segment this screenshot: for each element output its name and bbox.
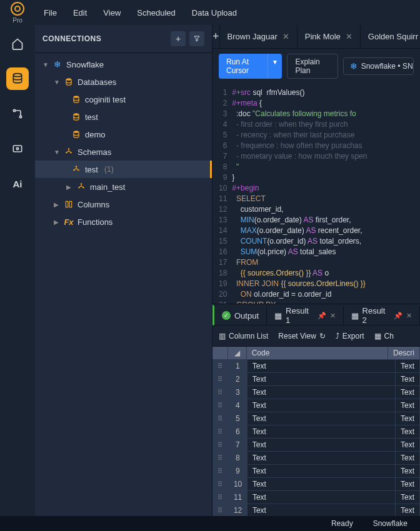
- explain-plan-button[interactable]: Explain Plan: [287, 54, 338, 79]
- row-handle[interactable]: ⠿: [212, 439, 229, 452]
- row-handle[interactable]: ⠿: [212, 425, 229, 439]
- grid-row[interactable]: ⠿8TextText: [212, 452, 420, 465]
- grid-row[interactable]: ⠿6TextText: [212, 425, 420, 439]
- add-connection-button[interactable]: +: [171, 31, 186, 46]
- workflow-icon[interactable]: [6, 102, 29, 125]
- result-tab[interactable]: ▦ Result 2 📌 ✕: [344, 306, 420, 325]
- result-tab[interactable]: ▦ Result 1 📌 ✕: [267, 306, 343, 325]
- row-handle[interactable]: ⠿: [212, 504, 229, 516]
- tree-databases[interactable]: ▼ Databases: [35, 73, 212, 91]
- tree-db-item[interactable]: test: [35, 108, 212, 126]
- grid-cell[interactable]: Text: [396, 360, 420, 373]
- grid-cell[interactable]: Text: [396, 478, 420, 491]
- database-icon[interactable]: [6, 67, 29, 90]
- grid-row[interactable]: ⠿10TextText: [212, 478, 420, 491]
- grid-cell[interactable]: Text: [248, 399, 396, 412]
- grid-cell[interactable]: Text: [396, 439, 420, 452]
- row-handle[interactable]: ⠿: [212, 478, 229, 491]
- menu-data-upload[interactable]: Data Upload: [186, 4, 243, 21]
- grid-row[interactable]: ⠿3TextText: [212, 386, 420, 399]
- tree-schema-item[interactable]: test (1): [35, 161, 212, 178]
- grid-row[interactable]: ⠿5TextText: [212, 412, 420, 425]
- run-dropdown[interactable]: ▾: [268, 54, 282, 79]
- editor-toolbar: Run At Cursor ▾ Explain Plan ❄ Snowflake…: [212, 49, 420, 84]
- editor-tab[interactable]: Pink Mole ✕: [298, 25, 361, 49]
- grid-row[interactable]: ⠿7TextText: [212, 439, 420, 452]
- row-handle[interactable]: ⠿: [212, 491, 229, 504]
- grid-cell[interactable]: Text: [248, 478, 396, 491]
- row-number: 12: [229, 504, 248, 516]
- grid-cell[interactable]: Text: [396, 386, 420, 399]
- grid-cell[interactable]: Text: [248, 504, 396, 516]
- row-handle[interactable]: ⠿: [212, 373, 229, 386]
- pin-icon[interactable]: 📌: [394, 312, 402, 320]
- tree-functions[interactable]: ▶ Fx Functions: [35, 213, 212, 231]
- tree-schema-item[interactable]: ▶ main_test: [35, 178, 212, 196]
- tree-db-item[interactable]: coginiti test: [35, 91, 212, 108]
- row-handle[interactable]: ⠿: [212, 386, 229, 399]
- grid-cell[interactable]: Text: [396, 465, 420, 478]
- menu-edit[interactable]: Edit: [67, 4, 93, 21]
- row-handle[interactable]: ⠿: [212, 360, 229, 373]
- grid-cell[interactable]: Text: [396, 412, 420, 425]
- column-header[interactable]: Descri: [388, 347, 420, 360]
- row-handle[interactable]: ⠿: [212, 399, 229, 412]
- grid-cell[interactable]: Text: [248, 386, 396, 399]
- column-header[interactable]: Code: [247, 347, 388, 360]
- output-tab[interactable]: ✓ Output: [214, 306, 267, 325]
- row-number: 11: [229, 491, 248, 504]
- tree-connection[interactable]: ▼ ❄ Snowflake: [35, 56, 212, 73]
- grid-row[interactable]: ⠿1TextText: [212, 360, 420, 373]
- grid-row[interactable]: ⠿11TextText: [212, 491, 420, 504]
- column-list-button[interactable]: ▥Column List: [219, 332, 268, 340]
- reset-view-button[interactable]: Reset View↻: [278, 332, 325, 340]
- home-icon[interactable]: [6, 32, 29, 55]
- close-icon[interactable]: ✕: [346, 32, 352, 41]
- close-icon[interactable]: ✕: [282, 32, 289, 41]
- new-tab-button[interactable]: +: [212, 25, 220, 49]
- editor-tab[interactable]: Brown Jaguar ✕: [220, 25, 298, 49]
- close-icon[interactable]: ✕: [406, 312, 412, 320]
- menu-view[interactable]: View: [97, 4, 127, 21]
- tree-columns[interactable]: ▶ Columns: [35, 196, 212, 213]
- grid-cell[interactable]: Text: [396, 425, 420, 439]
- tree-db-item[interactable]: demo: [35, 126, 212, 143]
- export-button[interactable]: ⤴Export: [336, 332, 364, 340]
- close-icon[interactable]: ✕: [330, 312, 336, 320]
- grid-cell[interactable]: Text: [248, 491, 396, 504]
- grid-cell[interactable]: Text: [396, 491, 420, 504]
- chart-button[interactable]: ▦Ch: [374, 332, 394, 340]
- pin-icon[interactable]: 📌: [318, 312, 326, 320]
- row-handle[interactable]: ⠿: [212, 465, 229, 478]
- grid-row[interactable]: ⠿2TextText: [212, 373, 420, 386]
- ai-icon[interactable]: Ai: [6, 172, 29, 195]
- row-handle[interactable]: ⠿: [212, 412, 229, 425]
- grid-cell[interactable]: Text: [396, 452, 420, 465]
- grid-cell[interactable]: Text: [248, 452, 396, 465]
- grid-row[interactable]: ⠿4TextText: [212, 399, 420, 412]
- grid-cell[interactable]: Text: [396, 373, 420, 386]
- menu-scheduled[interactable]: Scheduled: [131, 4, 181, 21]
- editor-tab[interactable]: Golden Squirr: [361, 25, 420, 49]
- menu-file[interactable]: File: [38, 4, 63, 21]
- filter-button[interactable]: [189, 31, 204, 46]
- connection-selector[interactable]: ❄ Snowflake • SNO: [343, 57, 414, 75]
- catalog-icon[interactable]: [6, 137, 29, 160]
- run-button[interactable]: Run At Cursor: [219, 54, 268, 79]
- grid-row[interactable]: ⠿9TextText: [212, 465, 420, 478]
- grid-cell[interactable]: Text: [248, 360, 396, 373]
- grid-cell[interactable]: Text: [396, 504, 420, 516]
- tree-schemas[interactable]: ▼ Schemas: [35, 143, 212, 161]
- grid-cell[interactable]: Text: [248, 465, 396, 478]
- grid-cell[interactable]: Text: [248, 412, 396, 425]
- grid-row[interactable]: ⠿12TextText: [212, 504, 420, 516]
- code-content[interactable]: #+src sql rfmValues() #+meta { :doc "Cal…: [232, 84, 420, 304]
- grid-cell[interactable]: Text: [396, 399, 420, 412]
- row-number: 5: [229, 412, 248, 425]
- grid-cell[interactable]: Text: [248, 439, 396, 452]
- row-handle[interactable]: ⠿: [212, 452, 229, 465]
- grid-cell[interactable]: Text: [248, 373, 396, 386]
- code-editor[interactable]: 1234567891011121314151617181920212223 #+…: [212, 84, 420, 304]
- results-grid[interactable]: ◢ Code Descri ⠿1TextText⠿2TextText⠿3Text…: [212, 347, 420, 516]
- grid-cell[interactable]: Text: [248, 425, 396, 439]
